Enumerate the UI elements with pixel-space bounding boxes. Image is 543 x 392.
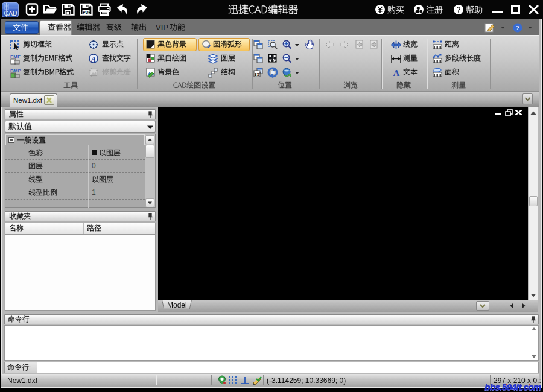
svg-text:35°: 35°: [255, 72, 261, 77]
svg-text:?: ?: [516, 24, 519, 31]
svg-text:A: A: [393, 68, 400, 78]
svg-text:CAD: CAD: [4, 10, 17, 17]
svg-text:PDF: PDF: [83, 10, 91, 14]
svg-text:A: A: [91, 55, 96, 63]
